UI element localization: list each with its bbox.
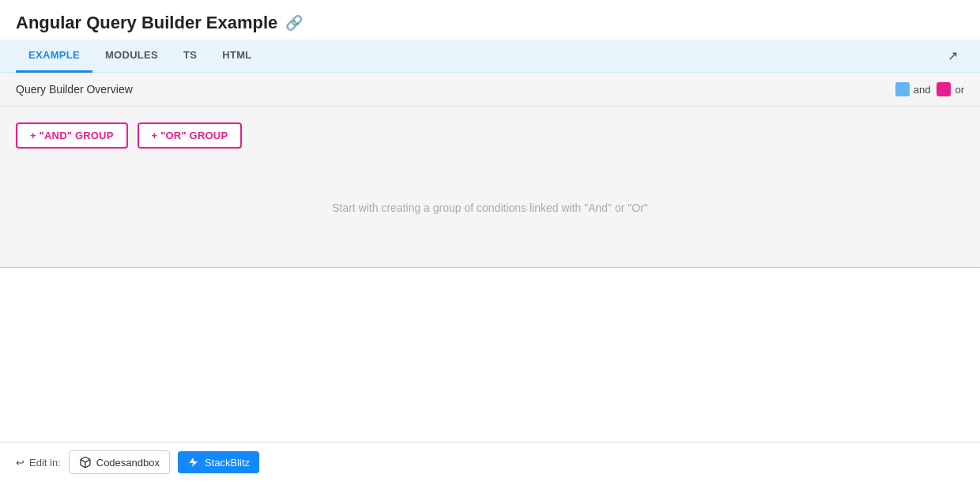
legend-container: and or bbox=[895, 82, 964, 96]
panel-header: Query Builder Overview and or bbox=[0, 73, 980, 107]
button-row: + "AND" GROUP + "OR" GROUP bbox=[16, 122, 964, 149]
stackblitz-icon bbox=[187, 456, 200, 469]
page-title: Angular Query Builder Example bbox=[16, 13, 277, 33]
page-header: Angular Query Builder Example 🔗 bbox=[0, 0, 980, 40]
legend-and-label: and bbox=[914, 84, 931, 96]
footer-bar: ↩ Edit in: Codesandbox StackBlitz bbox=[0, 442, 980, 482]
tab-ts[interactable]: TS bbox=[171, 40, 209, 73]
empty-area bbox=[0, 268, 980, 442]
stackblitz-button[interactable]: StackBlitz bbox=[178, 451, 259, 473]
add-and-group-button[interactable]: + "AND" GROUP bbox=[16, 122, 128, 149]
legend-or-label: or bbox=[955, 84, 964, 96]
query-area: + "AND" GROUP + "OR" GROUP Start with cr… bbox=[0, 107, 980, 267]
empty-state-message: Start with creating a group of condition… bbox=[332, 201, 648, 214]
main-content: Query Builder Overview and or + "AND" GR… bbox=[0, 73, 980, 442]
legend-and-color bbox=[895, 82, 910, 96]
stackblitz-label: StackBlitz bbox=[205, 457, 250, 469]
legend-or-color bbox=[937, 82, 951, 96]
panel-title: Query Builder Overview bbox=[16, 83, 133, 96]
edit-in-label: ↩ Edit in: bbox=[16, 457, 61, 469]
legend-and: and bbox=[895, 82, 931, 96]
tab-example[interactable]: EXAMPLE bbox=[16, 40, 92, 73]
tabs-bar: EXAMPLE MODULES TS HTML ↗ bbox=[0, 40, 980, 73]
codesandbox-icon bbox=[79, 456, 92, 469]
empty-state: Start with creating a group of condition… bbox=[16, 164, 964, 251]
add-or-group-button[interactable]: + "OR" GROUP bbox=[138, 122, 243, 149]
expand-button[interactable]: ↗ bbox=[941, 40, 964, 72]
link-icon[interactable]: 🔗 bbox=[285, 14, 303, 32]
tab-html[interactable]: HTML bbox=[209, 40, 264, 73]
legend-or: or bbox=[937, 82, 964, 96]
codesandbox-button[interactable]: Codesandbox bbox=[69, 450, 170, 474]
codesandbox-label: Codesandbox bbox=[96, 457, 160, 469]
expand-icon: ↗ bbox=[948, 48, 958, 63]
edit-in-icon: ↩ bbox=[16, 457, 24, 469]
tab-modules[interactable]: MODULES bbox=[92, 40, 171, 73]
